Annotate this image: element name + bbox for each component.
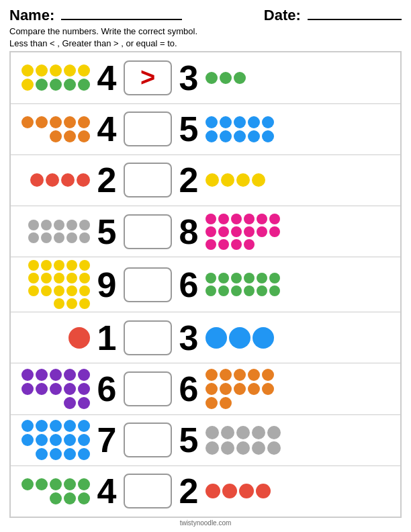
dot [205, 226, 216, 237]
left-number: 2 [93, 160, 121, 200]
symbol-box[interactable] [124, 214, 172, 249]
symbol-box[interactable]: > [124, 60, 172, 95]
dot [267, 426, 281, 439]
dot [46, 173, 59, 187]
dot [78, 397, 90, 409]
dot [205, 383, 218, 395]
name-line[interactable] [61, 19, 182, 20]
table-row: 75 [11, 415, 400, 466]
footer: twistynoodle.com [9, 518, 402, 528]
dot [64, 383, 76, 395]
dot [248, 383, 260, 395]
dot [64, 420, 76, 432]
dot [269, 285, 280, 296]
symbol-box[interactable] [124, 371, 172, 406]
dot [218, 273, 229, 283]
dot [218, 285, 229, 296]
dot [50, 383, 62, 395]
dot [78, 434, 90, 446]
dot [54, 260, 64, 271]
dot [28, 220, 39, 230]
instructions: Compare the numbers. Write the correct s… [9, 26, 402, 50]
dot [269, 214, 280, 224]
right-dots [205, 116, 286, 142]
dot [244, 214, 255, 224]
dot [36, 420, 48, 432]
left-dots [16, 173, 90, 187]
dot [64, 130, 76, 142]
symbol-box[interactable] [124, 423, 172, 457]
dot [36, 369, 48, 381]
dot [220, 369, 232, 381]
dot [205, 426, 219, 439]
right-number: 2 [175, 471, 203, 511]
table-row: 4>3 [11, 52, 400, 103]
dot [21, 383, 34, 395]
date-line[interactable] [308, 19, 402, 20]
dot [239, 484, 254, 498]
right-dots [205, 273, 286, 296]
dot [262, 369, 274, 381]
dot [236, 173, 250, 187]
dot [64, 397, 76, 409]
right-dots [205, 327, 286, 349]
left-dots [16, 327, 90, 349]
header: Name: Date: [9, 7, 402, 24]
right-number: 6 [175, 369, 203, 409]
dot [79, 285, 90, 296]
right-dots [205, 214, 286, 250]
dot [41, 273, 52, 283]
comparison-table: 4>34522589613667542 [9, 51, 402, 518]
dot [234, 116, 246, 128]
dot [21, 79, 34, 91]
symbol-box[interactable] [124, 267, 172, 302]
dot [50, 492, 62, 504]
dot [257, 214, 267, 224]
dot [257, 273, 267, 283]
dot [262, 116, 274, 128]
dot [50, 420, 62, 432]
symbol-box[interactable] [124, 320, 172, 355]
right-number: 3 [175, 318, 203, 358]
dot [244, 285, 255, 296]
dot [36, 383, 48, 395]
dot [41, 232, 52, 243]
right-dots [205, 173, 286, 187]
dot [79, 220, 90, 230]
dot [78, 478, 90, 490]
dot [66, 285, 77, 296]
dot [61, 173, 75, 187]
symbol-box[interactable] [124, 163, 172, 197]
dot [36, 434, 48, 446]
dot [50, 369, 62, 381]
dot [205, 173, 219, 187]
dot [28, 232, 39, 243]
symbol-box[interactable] [124, 112, 172, 146]
left-dots [16, 220, 90, 243]
dot [64, 478, 76, 490]
symbol-box[interactable] [124, 474, 172, 508]
dot [231, 285, 242, 296]
dot [78, 369, 90, 381]
right-number: 2 [175, 160, 203, 200]
dot [21, 64, 34, 77]
dot [78, 420, 90, 432]
table-row: 45 [11, 104, 400, 155]
dot [205, 130, 218, 142]
dot [68, 327, 90, 349]
dot [205, 369, 218, 381]
dot [78, 64, 90, 77]
dot [36, 79, 48, 91]
dot [64, 369, 76, 381]
dot [231, 273, 242, 283]
right-number: 8 [175, 212, 203, 252]
dot [244, 273, 255, 283]
dot [269, 226, 280, 237]
dot [36, 478, 48, 490]
dot [252, 173, 265, 187]
dot [41, 220, 52, 230]
name-text: Name: [9, 7, 54, 24]
dot [28, 260, 39, 271]
dot [54, 220, 64, 230]
name-label: Name: [9, 7, 182, 24]
